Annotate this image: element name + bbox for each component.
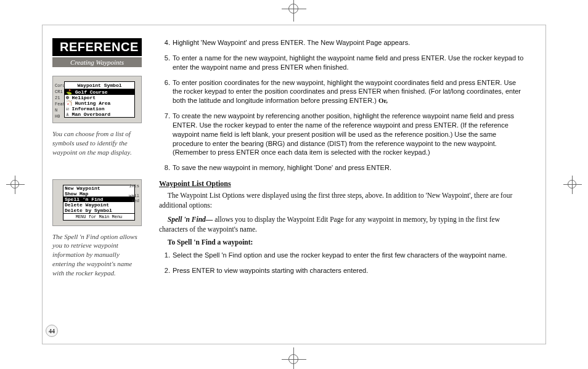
step-text: Select the Spell 'n Find option and use … [173, 251, 526, 260]
step-number: 6. [159, 78, 170, 106]
screenshot-side-text: Cord CR1 21 Feat N H0 [55, 83, 65, 120]
procedure-steps: 1.Select the Spell 'n Find option and us… [159, 251, 526, 275]
step-text: To enter a name for the new waypoint, hi… [173, 54, 526, 72]
step-number: 1. [159, 251, 170, 260]
screenshot-waypoint-symbol: Cord CR1 21 Feat N H0 Waypoint Symbol ⛳ … [52, 76, 142, 123]
instruction-step: 6.To enter position coordinates for the … [159, 78, 526, 106]
spell-n-find-desc: Spell 'n Find— allows you to display the… [159, 214, 526, 234]
procedure-heading: To Spell 'n Find a waypoint: [159, 238, 526, 248]
dialog-footer: MENU for Main Menu [63, 213, 134, 220]
reference-banner: REFERENCE [52, 38, 142, 56]
instruction-step: 5.To enter a name for the new waypoint, … [159, 54, 526, 72]
screenshot-side-right: ints wail sed [129, 184, 139, 203]
instruction-step: 7.To create the new waypoint by referenc… [159, 112, 526, 157]
dialog-title: Waypoint Symbol [65, 82, 134, 89]
step-text: Press ENTER to view waypoints starting w… [173, 266, 526, 275]
caption-spell-n-find: The Spell 'n Find option allows you to r… [52, 232, 142, 278]
spell-n-find-lead: Spell 'n Find— [168, 216, 213, 223]
symbol-option: ⛳ Golf Course [65, 89, 134, 95]
step-number: 5. [159, 54, 170, 72]
step-number: 4. [159, 38, 170, 47]
menu-option: Delete Waypoint [63, 202, 134, 208]
menu-option: Delete by Symbol [63, 208, 134, 213]
instruction-step: 8.To save the new waypoint in memory, hi… [159, 163, 526, 172]
procedure-step: 1.Select the Spell 'n Find option and us… [159, 251, 526, 260]
step-number: 2. [159, 266, 170, 275]
caption-symbols: You can choose from a list of symbols us… [52, 129, 142, 157]
procedure-step: 2.Press ENTER to view waypoints starting… [159, 266, 526, 275]
symbol-option: ⊕ Heliport [65, 95, 134, 100]
step-text: To save the new waypoint in memory, high… [173, 163, 526, 172]
screenshot-spell-n-find: ints wail sed New WaypointShow MapSpell … [52, 179, 142, 226]
menu-option: New Waypoint [63, 185, 134, 191]
step-number: 8. [159, 163, 170, 172]
section-title: Waypoint List Options [159, 179, 526, 189]
step-text: To enter position coordinates for the ne… [173, 78, 526, 106]
instruction-step: 4.Highlight 'New Waypoint' and press ENT… [159, 38, 526, 47]
menu-option: Show Map [63, 191, 134, 197]
section-subhead: Creating Waypoints [52, 57, 142, 67]
symbol-option: ⚓ Man Overboard [65, 112, 134, 117]
page-number: 44 [46, 325, 58, 337]
instruction-steps: 4.Highlight 'New Waypoint' and press ENT… [159, 38, 526, 172]
symbol-option: 🏹 Hunting Area [65, 100, 134, 106]
step-text: Highlight 'New Waypoint' and press ENTER… [173, 38, 526, 47]
step-text: To create the new waypoint by referencin… [173, 112, 526, 157]
step-number: 7. [159, 112, 170, 157]
symbol-option: ☑ Information [65, 106, 134, 112]
menu-option: Spell 'n Find [63, 197, 134, 202]
step-or: Or, [378, 97, 388, 104]
section-body: The Waypoint List Options were displayed… [159, 190, 526, 210]
